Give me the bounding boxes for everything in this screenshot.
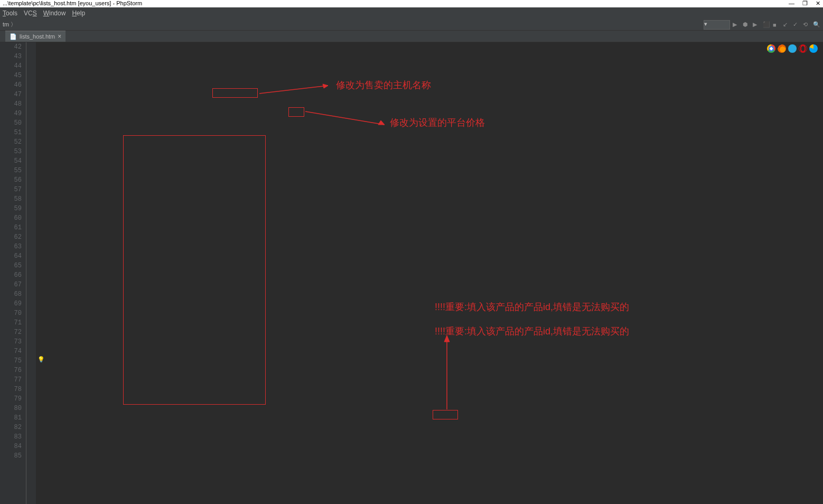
red-box-ol [123, 135, 266, 405]
safari-icon[interactable] [788, 44, 797, 53]
arrow-1 [259, 83, 333, 99]
annotation-3: !!!!重要:填入该产品的产品id,填错是无法购买的 [435, 302, 629, 312]
profile-icon[interactable]: ⬛ [763, 21, 770, 29]
debug-icon[interactable]: ⬢ [743, 21, 750, 29]
menu-tools[interactable]: TToolsools [3, 10, 17, 17]
minimize-icon[interactable]: — [789, 0, 794, 7]
red-box-title [212, 88, 258, 98]
window-controls: — ❐ ✕ [789, 0, 820, 7]
code-area[interactable]: 修改为售卖的主机名称 修改为设置的平台价格 !!!!重要:填入该产品的产品id,… [46, 42, 823, 504]
search-icon[interactable]: 🔍 [813, 21, 820, 29]
breadcrumb[interactable]: tm 〉 [3, 21, 16, 29]
stop-icon[interactable]: ■ [773, 21, 780, 29]
editor-area: 4243444546474849505152535455565758596061… [0, 42, 823, 504]
svg-marker-5 [444, 335, 450, 342]
line-number-gutter[interactable]: 4243444546474849505152535455565758596061… [0, 42, 26, 504]
red-box-proid [433, 410, 458, 419]
fold-gutter[interactable] [26, 42, 36, 504]
file-icon: 📄 [10, 33, 17, 40]
svg-marker-1 [323, 84, 328, 88]
coverage-icon[interactable]: ▶ [753, 21, 760, 29]
firefox-icon[interactable] [778, 44, 786, 53]
tab-close-icon[interactable]: × [58, 33, 61, 40]
annotation-2: 修改为设置的平台价格 [390, 118, 485, 127]
toolbar-right: ▾ ▶ ⬢ ▶ ⬛ ■ ↙ ✓ ⟲ 🔍 [704, 20, 820, 30]
opera-icon[interactable] [799, 44, 807, 53]
title-bar: ...\template\pc\lists_host.htm [eyou_use… [0, 0, 823, 7]
breadcrumb-bar: tm 〉 ▾ ▶ ⬢ ▶ ⬛ ■ ↙ ✓ ⟲ 🔍 [0, 19, 823, 31]
maximize-icon[interactable]: ❐ [802, 0, 808, 7]
ie-icon[interactable] [809, 44, 818, 53]
intention-bulb-icon[interactable]: 💡 [38, 356, 45, 363]
svg-marker-3 [378, 120, 385, 125]
run-icon[interactable]: ▶ [733, 21, 740, 29]
svg-line-0 [259, 86, 328, 94]
menu-help[interactable]: Help [72, 10, 85, 17]
annotation-1: 修改为售卖的主机名称 [336, 80, 431, 90]
run-config-dropdown[interactable]: ▾ [704, 20, 730, 30]
annotation-4: !!!!重要:填入该产品的产品id,填错是无法购买的 [435, 326, 629, 336]
svg-line-2 [305, 111, 385, 125]
chrome-icon[interactable] [767, 44, 775, 53]
close-icon[interactable]: ✕ [816, 0, 820, 7]
tab-bar: 📄 lists_host.htm × [0, 31, 823, 42]
arrow-3 [442, 335, 452, 409]
file-tab[interactable]: 📄 lists_host.htm × [5, 31, 66, 42]
menu-vcs[interactable]: VCS [24, 10, 37, 17]
browser-preview-icons [767, 44, 818, 53]
arrow-2 [305, 109, 390, 130]
red-box-price [288, 107, 304, 117]
bulb-gutter: 💡 [36, 42, 46, 504]
vcs-commit-icon[interactable]: ✓ [793, 21, 800, 29]
menu-window[interactable]: Window [43, 10, 66, 17]
vcs-update-icon[interactable]: ↙ [783, 21, 790, 29]
menu-bar: TToolsools VCS Window Help [0, 7, 823, 19]
vcs-history-icon[interactable]: ⟲ [803, 21, 810, 29]
window-title: ...\template\pc\lists_host.htm [eyou_use… [3, 0, 142, 7]
tab-filename: lists_host.htm [20, 33, 55, 40]
